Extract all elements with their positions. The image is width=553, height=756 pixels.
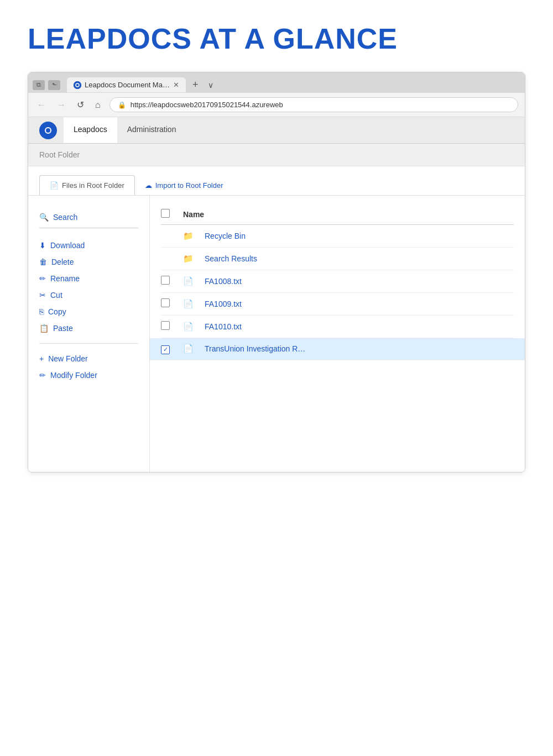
address-input[interactable]: 🔒 https://leapdocsweb20170915021544.azur… (109, 97, 518, 112)
download-icon: ⬇ (39, 241, 46, 250)
fa1010-checkbox[interactable] (161, 321, 170, 330)
file-tab-icon: 📄 (50, 181, 59, 190)
rename-icon: ✏ (39, 274, 46, 283)
two-col-layout: 🔍 Search ⬇ Download 🗑 Delete ✏ Rename (28, 196, 525, 472)
back-button[interactable]: ← (35, 99, 48, 111)
fa1010-name[interactable]: FA1010.txt (205, 322, 242, 331)
cut-icon: ✂ (39, 291, 46, 300)
sidebar-item-cut[interactable]: ✂ Cut (39, 287, 138, 303)
modify-folder-icon: ✏ (39, 371, 46, 380)
app-logo (39, 122, 57, 139)
file-row-fa1009[interactable]: 📄 FA1009.txt (161, 293, 514, 316)
tab-close-button[interactable]: ✕ (173, 81, 179, 89)
forward-button[interactable]: → (55, 99, 68, 111)
search-label: Search (53, 213, 77, 222)
fa1009-name[interactable]: FA1009.txt (205, 300, 242, 308)
modify-folder-label: Modify Folder (50, 371, 97, 380)
file-row-search-results[interactable]: 📁 Search Results (161, 248, 514, 270)
browser-window: ⧉ ⬑ Leapdocs Document Ma… ✕ + ∨ ← → ↺ ⌂ … (28, 72, 525, 473)
paste-icon: 📋 (39, 324, 49, 333)
sidebar-item-modify-folder[interactable]: ✏ Modify Folder (39, 367, 138, 384)
tab-icon-1[interactable]: ⧉ (33, 80, 45, 90)
file-icon: 📄 (183, 276, 194, 286)
browser-window-controls: ⧉ ⬑ (33, 80, 60, 90)
sidebar-item-rename[interactable]: ✏ Rename (39, 270, 138, 287)
recycle-bin-name[interactable]: Recycle Bin (205, 232, 246, 240)
file-icon: 📄 (183, 322, 194, 332)
sidebar-item-delete[interactable]: 🗑 Delete (39, 254, 138, 270)
import-tab-icon: ☁ (145, 181, 152, 190)
browser-tab-active[interactable]: Leapdocs Document Ma… ✕ (67, 77, 186, 92)
files-tab-label: Files in Root Folder (62, 181, 124, 190)
file-row-fa1008[interactable]: 📄 FA1008.txt (161, 270, 514, 293)
fa1009-checkbox[interactable] (161, 298, 170, 307)
page-headline: LEAPDOCS AT A GLANCE (0, 0, 553, 72)
cut-label: Cut (50, 291, 62, 300)
name-column-header: Name (183, 210, 204, 219)
search-icon: 🔍 (39, 213, 49, 222)
transunion-name[interactable]: TransUnion Investigation R… (205, 344, 305, 353)
tab-title: Leapdocs Document Ma… (85, 81, 170, 89)
tab-files-in-root[interactable]: 📄 Files in Root Folder (39, 175, 135, 195)
sidebar-item-new-folder[interactable]: + New Folder (39, 350, 138, 367)
main-content: Root Folder 📄 Files in Root Folder ☁ Imp… (28, 144, 525, 472)
tab-list-button[interactable]: ∨ (205, 78, 217, 92)
file-list-panel: Name 📁 Recycle Bin 📁 Search Results (150, 196, 525, 472)
new-folder-icon: + (39, 354, 44, 363)
sidebar-item-copy[interactable]: ⎘ Copy (39, 303, 138, 320)
breadcrumb-text: Root Folder (39, 150, 80, 159)
sidebar-item-paste[interactable]: 📋 Paste (39, 320, 138, 337)
file-row-recycle-bin[interactable]: 📁 Recycle Bin (161, 225, 514, 248)
sidebar-item-search[interactable]: 🔍 Search (39, 209, 138, 225)
copy-label: Copy (48, 307, 66, 316)
delete-icon: 🗑 (39, 258, 47, 266)
delete-label: Delete (51, 258, 74, 266)
import-tab-label: Import to Root Folder (155, 181, 223, 190)
folder-icon: 📁 (183, 231, 194, 241)
fa1008-checkbox[interactable] (161, 276, 170, 285)
nav-tab-administration[interactable]: Administration (117, 117, 186, 143)
sidebar-item-download[interactable]: ⬇ Download (39, 237, 138, 254)
download-label: Download (50, 241, 85, 250)
tab-import-to-root[interactable]: ☁ Import to Root Folder (135, 175, 233, 195)
transunion-checkbox[interactable]: ✓ (161, 345, 170, 354)
file-icon: 📄 (183, 299, 194, 309)
copy-icon: ⎘ (39, 307, 44, 316)
action-sidebar: 🔍 Search ⬇ Download 🗑 Delete ✏ Rename (28, 196, 150, 472)
browser-address-bar: ← → ↺ ⌂ 🔒 https://leapdocsweb20170915021… (28, 93, 525, 117)
url-text: https://leapdocsweb20170915021544.azurew… (131, 101, 283, 109)
tab-favicon (74, 81, 81, 89)
svg-point-1 (43, 125, 54, 136)
nav-tab-leapdocs[interactable]: Leapdocs (64, 117, 117, 143)
svg-point-0 (74, 81, 81, 89)
file-row-fa1010[interactable]: 📄 FA1010.txt (161, 316, 514, 338)
folder-icon: 📁 (183, 254, 194, 264)
content-tabs-bar: 📄 Files in Root Folder ☁ Import to Root … (28, 166, 525, 196)
browser-tab-bar: ⧉ ⬑ Leapdocs Document Ma… ✕ + ∨ (28, 72, 525, 93)
select-all-checkbox[interactable] (161, 209, 170, 218)
search-divider (39, 228, 138, 228)
file-row-transunion[interactable]: ✓ 📄 TransUnion Investigation R… (150, 338, 525, 360)
breadcrumb: Root Folder (28, 144, 525, 166)
home-button[interactable]: ⌂ (93, 99, 103, 111)
file-list-header: Name (161, 204, 514, 225)
new-folder-label: New Folder (48, 354, 88, 363)
rename-label: Rename (50, 274, 80, 283)
refresh-button[interactable]: ↺ (75, 98, 86, 111)
paste-label: Paste (53, 324, 73, 333)
file-icon: 📄 (183, 344, 194, 354)
fa1008-name[interactable]: FA1008.txt (205, 277, 242, 286)
search-results-name[interactable]: Search Results (205, 254, 257, 263)
new-tab-button[interactable]: + (188, 77, 203, 93)
sidebar-divider (39, 343, 138, 344)
lock-icon: 🔒 (118, 101, 126, 109)
tab-icon-2[interactable]: ⬑ (48, 80, 60, 90)
app-nav-bar: Leapdocs Administration (28, 117, 525, 144)
